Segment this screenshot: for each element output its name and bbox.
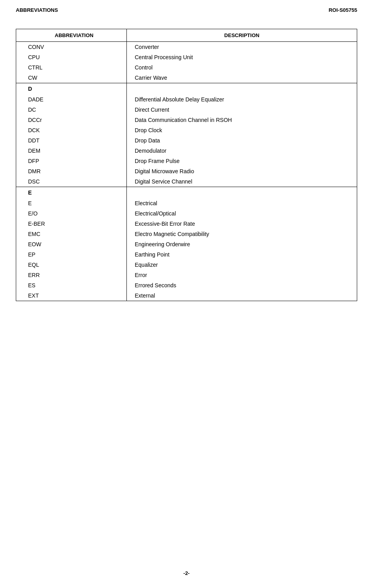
desc-cell: Electrical/Optical bbox=[127, 208, 357, 219]
table-row: EQLEqualizer bbox=[16, 260, 357, 270]
abbr-cell: E bbox=[16, 198, 127, 208]
abbr-cell: EQL bbox=[16, 260, 127, 270]
table-row: DCKDrop Clock bbox=[16, 125, 357, 135]
desc-cell: Excessive-Bit Error Rate bbox=[127, 219, 357, 229]
abbr-cell: DC bbox=[16, 105, 127, 115]
section-header-row: E bbox=[16, 187, 357, 198]
table-header-row: ABBREVIATION DESCRIPTION bbox=[16, 29, 357, 42]
desc-cell: Converter bbox=[127, 42, 357, 52]
abbr-cell: DADE bbox=[16, 94, 127, 105]
abbr-cell: CW bbox=[16, 73, 127, 83]
table-row: EElectrical bbox=[16, 198, 357, 208]
page-header: ABBREVIATIONS ROI-S05755 bbox=[0, 0, 373, 17]
table-row: E/OElectrical/Optical bbox=[16, 208, 357, 219]
table-row: ESErrored Seconds bbox=[16, 280, 357, 290]
desc-cell: Drop Clock bbox=[127, 125, 357, 135]
table-row: EMCElectro Magnetic Compatibility bbox=[16, 229, 357, 239]
abbr-cell: CPU bbox=[16, 52, 127, 62]
table-row: DFPDrop Frame Pulse bbox=[16, 156, 357, 166]
desc-cell: Digital Microwave Radio bbox=[127, 166, 357, 176]
abbr-cell: DCCr bbox=[16, 115, 127, 125]
abbr-cell: DCK bbox=[16, 125, 127, 135]
desc-cell: Digital Service Channel bbox=[127, 176, 357, 187]
section-header-desc bbox=[127, 83, 357, 95]
desc-cell: Drop Data bbox=[127, 135, 357, 146]
table-row: DADEDifferential Absolute Delay Equalize… bbox=[16, 94, 357, 105]
desc-cell: Differential Absolute Delay Equalizer bbox=[127, 94, 357, 105]
table-row: DEMDemodulator bbox=[16, 146, 357, 156]
section-letter: E bbox=[16, 187, 127, 198]
section-letter: D bbox=[16, 83, 127, 95]
table-row: CTRLControl bbox=[16, 62, 357, 73]
desc-cell: Electro Magnetic Compatibility bbox=[127, 229, 357, 239]
table-row: E-BERExcessive-Bit Error Rate bbox=[16, 219, 357, 229]
desc-cell: Electrical bbox=[127, 198, 357, 208]
abbr-cell: EXT bbox=[16, 290, 127, 301]
abbr-cell: E-BER bbox=[16, 219, 127, 229]
table-row: EXTExternal bbox=[16, 290, 357, 301]
desc-cell: Drop Frame Pulse bbox=[127, 156, 357, 166]
desc-cell: Control bbox=[127, 62, 357, 73]
abbr-cell: EP bbox=[16, 249, 127, 260]
table-row: DDTDrop Data bbox=[16, 135, 357, 146]
desc-cell: Errored Seconds bbox=[127, 280, 357, 290]
table-row: CONVConverter bbox=[16, 42, 357, 52]
desc-cell: Data Communication Channel in RSOH bbox=[127, 115, 357, 125]
table-row: EOWEngineering Orderwire bbox=[16, 239, 357, 249]
section-header-desc bbox=[127, 187, 357, 198]
col-header-description: DESCRIPTION bbox=[127, 29, 357, 42]
desc-cell: Direct Current bbox=[127, 105, 357, 115]
abbr-cell: EOW bbox=[16, 239, 127, 249]
abbr-cell: DDT bbox=[16, 135, 127, 146]
desc-cell: Central Processing Unit bbox=[127, 52, 357, 62]
col-header-abbreviation: ABBREVIATION bbox=[16, 29, 127, 42]
desc-cell: Earthing Point bbox=[127, 249, 357, 260]
desc-cell: Carrier Wave bbox=[127, 73, 357, 83]
abbr-cell: E/O bbox=[16, 208, 127, 219]
abbr-cell: DFP bbox=[16, 156, 127, 166]
abbr-cell: DEM bbox=[16, 146, 127, 156]
desc-cell: External bbox=[127, 290, 357, 301]
table-row: DMRDigital Microwave Radio bbox=[16, 166, 357, 176]
header-right: ROI-S05755 bbox=[329, 7, 357, 13]
abbr-cell: ERR bbox=[16, 270, 127, 280]
footer-label: -2- bbox=[183, 570, 190, 576]
content: ABBREVIATION DESCRIPTION CONVConverterCP… bbox=[0, 17, 373, 325]
abbr-cell: CONV bbox=[16, 42, 127, 52]
table-row: CPUCentral Processing Unit bbox=[16, 52, 357, 62]
desc-cell: Error bbox=[127, 270, 357, 280]
abbr-cell: DSC bbox=[16, 176, 127, 187]
section-header-row: D bbox=[16, 83, 357, 95]
table-row: DCCrData Communication Channel in RSOH bbox=[16, 115, 357, 125]
desc-cell: Equalizer bbox=[127, 260, 357, 270]
desc-cell: Demodulator bbox=[127, 146, 357, 156]
desc-cell: Engineering Orderwire bbox=[127, 239, 357, 249]
page-footer: -2- bbox=[0, 570, 373, 576]
abbr-cell: DMR bbox=[16, 166, 127, 176]
table-row: ERRError bbox=[16, 270, 357, 280]
table-row: DCDirect Current bbox=[16, 105, 357, 115]
header-left: ABBREVIATIONS bbox=[16, 7, 58, 13]
table-row: EPEarthing Point bbox=[16, 249, 357, 260]
abbr-cell: CTRL bbox=[16, 62, 127, 73]
table-row: CWCarrier Wave bbox=[16, 73, 357, 83]
abbr-cell: EMC bbox=[16, 229, 127, 239]
abbreviations-table: ABBREVIATION DESCRIPTION CONVConverterCP… bbox=[16, 29, 357, 301]
abbr-cell: ES bbox=[16, 280, 127, 290]
table-row: DSCDigital Service Channel bbox=[16, 176, 357, 187]
